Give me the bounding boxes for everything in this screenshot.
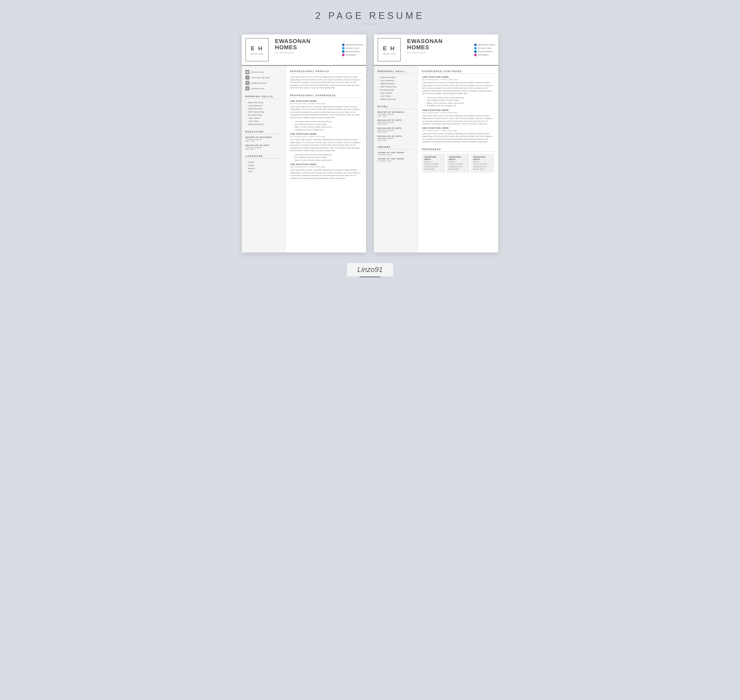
job-2-bullets: Lorem ipsum dolor sit amet, consectetpis…: [290, 153, 362, 162]
ps-6: Logo Creation: [377, 91, 414, 94]
initials-text-2: E H: [383, 45, 396, 52]
fb-icon-2: [474, 44, 477, 46]
extra-edu-1: MASTER OF BUSINESS University / England …: [377, 111, 414, 117]
email-item: ✉ info@domain.com: [245, 81, 282, 85]
lang-1: English: [245, 160, 282, 163]
phone-item: ☎ 009 333 44446: [245, 70, 282, 74]
contact-li-2: @usernamehere: [474, 50, 495, 53]
resumes-container: E H 25th Mar, 20018 EWASONAN HOMES HR MA…: [242, 34, 498, 253]
experience-section: PROFESSIONAL EXPERIENCE JOB POSITION HER…: [290, 94, 362, 180]
extra-title: EXTRA: [377, 105, 414, 109]
award-1: YOUNG OF THE YEARS Foundation, 2001: [377, 151, 414, 156]
extra-edu-4: BACHALOR OF ARTS University / England 20…: [377, 135, 414, 141]
ps-2: User Experience: [377, 79, 414, 82]
phone-icon: ☎: [245, 70, 250, 74]
fb-icon: [342, 44, 345, 46]
working-skills-title: WORKING SKILLS: [245, 95, 282, 99]
lang-3: Spanish: [245, 167, 282, 170]
page-title: 2 PAGE RESUME: [315, 10, 424, 21]
contact-ig: @instagram: [342, 54, 363, 56]
skill-4: Web Programming: [245, 110, 282, 113]
resume-page-2: E H 25th Mar, 20018 EWASONAN HOMES HR MA…: [374, 34, 498, 253]
name-block-1: EWASONAN HOMES HR MANAGER: [272, 34, 339, 65]
name-block-2: EWASONAN HOMES HR MANAGER: [404, 34, 471, 65]
left-col-2: PERSONAL SKILL Adobe After Effect User E…: [374, 66, 418, 253]
ps-7: Cold Calling: [377, 94, 414, 97]
contact-info-section: ☎ 009 333 44446 ⌂ 1234 road, City, State…: [245, 70, 282, 90]
extra-edu-3: BACHALOR OF ARTS University / England 20…: [377, 127, 414, 133]
personal-skill-section: PERSONAL SKILL Adobe After Effect User E…: [377, 70, 414, 101]
contact-ig-2: @instagram: [474, 54, 495, 56]
resume-2-body: PERSONAL SKILL Adobe After Effect User E…: [374, 66, 498, 253]
initials-block-1: E H 25th Mar, 20018: [245, 38, 269, 62]
full-name-2: EWASONAN HOMES: [407, 38, 468, 50]
ig-icon-2: [474, 54, 477, 56]
extra-edu-2: BACHALOR OF ARTS University / England 20…: [377, 119, 414, 125]
lang-4: Hindi: [245, 170, 282, 173]
contact-fb: @ewasonan homes: [342, 44, 363, 46]
resume-2-header: E H 25th Mar, 20018 EWASONAN HOMES HR MA…: [374, 34, 498, 66]
skill-2: User Experience: [245, 104, 282, 107]
ref-card-3: JONATHOM SMITH Position Name of Company …: [471, 154, 494, 173]
contact-tw: @uruser_name: [342, 47, 363, 50]
footer-watermark: Linzo91: [347, 263, 393, 277]
left-col-1: ☎ 009 333 44446 ⌂ 1234 road, City, State…: [242, 66, 286, 253]
contact-block-2: @ewasonan homes @uruser_name @usernamehe…: [471, 34, 498, 65]
reference-title: REFERENCE: [422, 148, 494, 151]
watermark-bar: [360, 276, 380, 277]
exp-continued-title: EXPERIENCE Continued: [422, 70, 494, 74]
exp-continued-section: EXPERIENCE Continued JOB POSITION HERE y…: [422, 70, 494, 143]
reference-grid: JONATHOM SMITH Position Name of Company …: [422, 154, 494, 173]
right-col-1: PROFESSIONAL PROFILE Lorem ipsum dolor s…: [286, 66, 366, 253]
address-icon: ⌂: [245, 75, 250, 79]
initials-text-1: E H: [251, 45, 263, 52]
awards-section: AWARDS YOUNG OF THE YEARS Foundation, 20…: [377, 146, 414, 162]
ig-icon: [342, 54, 345, 56]
profile-section: PROFESSIONAL PROFILE Lorem ipsum dolor s…: [290, 70, 362, 90]
email-icon: ✉: [245, 81, 250, 85]
job-title-2: HR MANAGER: [407, 51, 468, 54]
award-2: YOUNG OF THE YEARS Foundation, 2001: [377, 157, 414, 162]
profile-text: Lorem ipsum dolor sit amet, consectetur …: [290, 76, 362, 90]
resume-1-header: E H 25th Mar, 20018 EWASONAN HOMES HR MA…: [242, 34, 366, 66]
skill-1: Adobe After Effect: [245, 101, 282, 104]
ps-4: Web Programming: [377, 85, 414, 88]
title-divider: [362, 24, 378, 24]
skill-5: Branding Design: [245, 113, 282, 116]
tw-icon-2: [474, 47, 477, 50]
personal-skill-title: PERSONAL SKILL: [377, 70, 414, 74]
resume-page-1: E H 25th Mar, 20018 EWASONAN HOMES HR MA…: [242, 34, 366, 253]
ps-8: Affiliate Marketing: [377, 97, 414, 101]
job-1-bullets: Lorem ipsum dolor sit amet, consectetpis…: [290, 120, 362, 131]
working-skills-section: WORKING SKILLS Adobe After Effect User E…: [245, 95, 282, 126]
education-section: EDUCATION MASTER OF BUSINESS University …: [245, 130, 282, 150]
job-entry-2: JOB POSITION HERE your company name | Lo…: [290, 133, 362, 162]
contact-block-1: @ewasonan homes @uruser_name @usernamehe…: [339, 34, 366, 65]
full-name-1: EWASONAN HOMES: [275, 38, 336, 50]
web-item: ⊕ yourdomin.com: [245, 86, 282, 90]
ps-5: Branding Design: [377, 88, 414, 91]
awards-title: AWARDS: [377, 146, 414, 149]
job-title-1: HR MANAGER: [275, 51, 336, 54]
ps-1: Adobe After Effect: [377, 76, 414, 79]
contact-fb-2: @ewasonan homes: [474, 44, 495, 46]
job2-entry-2: JOB POSITION HERE your company name | Lo…: [422, 109, 494, 125]
job-entry-3: JOB POSITION HERE your company name | Lo…: [290, 163, 362, 180]
edu-entry-2: BACHALOR OF ARTS University / England 20…: [245, 144, 282, 150]
skill-3: Digital Illustration: [245, 107, 282, 110]
profile-title: PROFESSIONAL PROFILE: [290, 70, 362, 74]
job2-entry-1: JOB POSITION HERE your company name | Lo…: [422, 76, 494, 107]
watermark-box: Linzo91: [347, 263, 393, 276]
initials-date-2: 25th Mar, 20018: [383, 53, 396, 55]
personal-skill-list: Adobe After Effect User Experience Digit…: [377, 76, 414, 101]
resume-1-body: ☎ 009 333 44446 ⌂ 1234 road, City, State…: [242, 66, 366, 253]
li-icon: [342, 50, 345, 53]
ref-card-2: JONATHOM SMITH Position Name of Company …: [447, 154, 470, 173]
watermark-text: Linzo91: [357, 265, 383, 274]
lang-list: English Bangla Spanish Hindi: [245, 160, 282, 173]
skill-8: Affiliate Marketing: [245, 123, 282, 126]
job-entry-1: JOB POSITION HERE your company name | Lo…: [290, 100, 362, 131]
language-title: LANGUAGE: [245, 155, 282, 159]
extra-section: EXTRA MASTER OF BUSINESS University / En…: [377, 105, 414, 141]
li-icon-2: [474, 50, 477, 53]
